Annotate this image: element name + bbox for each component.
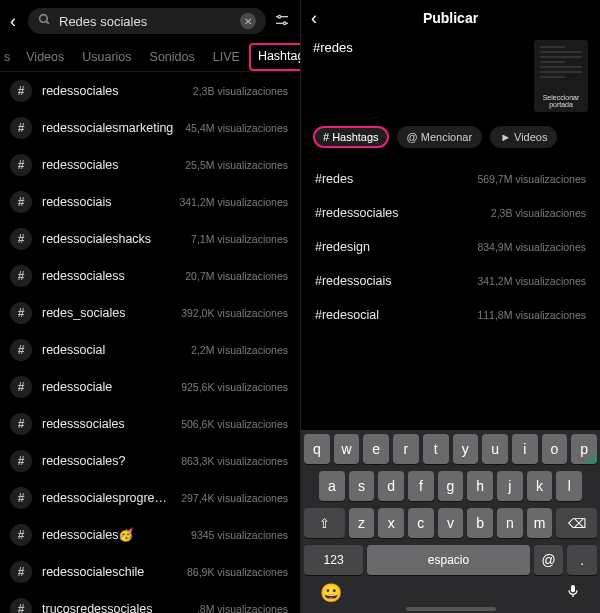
suggestion-row[interactable]: #redessociales2,3B visualizaciones [315, 196, 586, 230]
key-z[interactable]: z [349, 508, 375, 538]
svg-point-0 [40, 15, 48, 23]
key-j[interactable]: j [497, 471, 523, 501]
search-box[interactable]: ✕ [28, 8, 266, 34]
hashtag-result-row[interactable]: #redessociales🥳9345 visualizaciones [0, 516, 300, 553]
key-t[interactable]: t [423, 434, 449, 464]
hashtag-results: #redessociales2,3B visualizaciones#redes… [0, 72, 300, 613]
tab-item[interactable]: s [2, 44, 17, 71]
numbers-key[interactable]: 123 [304, 545, 363, 575]
key-e[interactable]: e [363, 434, 389, 464]
backspace-key[interactable]: ⌫ [556, 508, 597, 538]
key-b[interactable]: b [467, 508, 493, 538]
key-m[interactable]: m [527, 508, 553, 538]
suggestion-row[interactable]: #redesocial111,8M visualizaciones [315, 298, 586, 332]
hashtag-result-row[interactable]: #redessociales?863,3K visualizaciones [0, 442, 300, 479]
dot-key[interactable]: . [567, 545, 597, 575]
at-key[interactable]: @ [534, 545, 564, 575]
key-v[interactable]: v [438, 508, 464, 538]
key-f[interactable]: f [408, 471, 434, 501]
suggestion-count: 111,8M visualizaciones [477, 309, 586, 321]
hashtag-result-row[interactable]: #redessociais341,2M visualizaciones [0, 183, 300, 220]
hashtag-count: 341,2M visualizaciones [179, 196, 288, 208]
space-key[interactable]: espacio [367, 545, 530, 575]
thumbnail-preview [540, 46, 582, 81]
hashtag-result-row[interactable]: #trucosredessociales,8M visualizaciones [0, 590, 300, 613]
hash-icon: # [10, 302, 32, 324]
suggestion-row[interactable]: #redesign834,9M visualizaciones [315, 230, 586, 264]
chip-hashtags[interactable]: # Hashtags [313, 126, 389, 148]
chip-mencionar[interactable]: @ Mencionar [397, 126, 483, 148]
hashtag-result-row[interactable]: #redes_sociales392,0K visualizaciones [0, 294, 300, 331]
hashtag-count: 86,9K visualizaciones [187, 566, 288, 578]
hash-icon: # [10, 339, 32, 361]
clear-icon[interactable]: ✕ [240, 13, 256, 29]
hash-icon: # [10, 191, 32, 213]
search-input[interactable] [59, 14, 232, 29]
key-r[interactable]: r [393, 434, 419, 464]
suggestion-count: 2,3B visualizaciones [491, 207, 586, 219]
hashtag-result-row[interactable]: #redessociale925,6K visualizaciones [0, 368, 300, 405]
key-q[interactable]: q [304, 434, 330, 464]
hashtag-count: 20,7M visualizaciones [185, 270, 288, 282]
tab-sonidos[interactable]: Sonidos [141, 44, 204, 71]
page-title: Publicar [423, 10, 478, 26]
key-w[interactable]: w [334, 434, 360, 464]
hashtag-name: redes_sociales [42, 306, 171, 320]
shift-key[interactable]: ⇧ [304, 508, 345, 538]
hashtag-count: 925,6K visualizaciones [181, 381, 288, 393]
hashtag-result-row[interactable]: #redessocialeshacks7,1M visualizaciones [0, 220, 300, 257]
suggestion-row[interactable]: #redes569,7M visualizaciones [315, 162, 586, 196]
hashtag-result-row[interactable]: #redessociales2,3B visualizaciones [0, 72, 300, 109]
hashtag-name: redessocialesmarketing [42, 121, 175, 135]
publish-header: ‹ Publicar [301, 0, 600, 34]
back-icon[interactable]: ‹ [6, 11, 20, 32]
key-o[interactable]: o [542, 434, 568, 464]
compose-area: #redes Seleccionar portada [301, 34, 600, 116]
key-n[interactable]: n [497, 508, 523, 538]
tab-videos[interactable]: Videos [17, 44, 73, 71]
hashtag-result-row[interactable]: #redessocial2,2M visualizaciones [0, 331, 300, 368]
suggestion-tag: #redes [315, 172, 353, 186]
hashtag-result-row[interactable]: #redessocialesmarketing45,4M visualizaci… [0, 109, 300, 146]
hashtag-result-row[interactable]: #redessocialess20,7M visualizaciones [0, 257, 300, 294]
key-l[interactable]: l [556, 471, 582, 501]
suggestion-tag: #redessociais [315, 274, 391, 288]
key-u[interactable]: u [482, 434, 508, 464]
key-p[interactable]: p [571, 434, 597, 464]
key-i[interactable]: i [512, 434, 538, 464]
select-cover-button[interactable]: Seleccionar portada [534, 40, 588, 112]
filter-icon[interactable] [274, 12, 290, 31]
key-g[interactable]: g [438, 471, 464, 501]
hashtag-result-row[interactable]: #redessociales25,5M visualizaciones [0, 146, 300, 183]
hashtag-name: redessocial [42, 343, 181, 357]
key-d[interactable]: d [378, 471, 404, 501]
emoji-key[interactable]: 😀 [320, 582, 342, 604]
cover-label: Seleccionar portada [536, 94, 586, 109]
hashtag-result-row[interactable]: #redessocialesprogresistas297,4K visuali… [0, 479, 300, 516]
mic-key[interactable] [565, 582, 581, 604]
hashtag-name: trucosredessociales [42, 602, 187, 614]
key-y[interactable]: y [453, 434, 479, 464]
search-icon [38, 13, 51, 29]
chip-videos[interactable]: ► Videos [490, 126, 557, 148]
key-c[interactable]: c [408, 508, 434, 538]
svg-point-5 [283, 22, 286, 25]
tab-live[interactable]: LIVE [204, 44, 249, 71]
key-a[interactable]: a [319, 471, 345, 501]
back-icon[interactable]: ‹ [311, 8, 317, 29]
hashtag-name: redessociales [42, 84, 183, 98]
tab-hashtags[interactable]: Hashtags [249, 43, 300, 71]
hash-icon: # [10, 376, 32, 398]
tab-usuarios[interactable]: Usuarios [73, 44, 140, 71]
hash-icon: # [10, 413, 32, 435]
key-k[interactable]: k [527, 471, 553, 501]
key-s[interactable]: s [349, 471, 375, 501]
hashtag-count: 297,4K visualizaciones [181, 492, 288, 504]
hashtag-result-row[interactable]: #redessocialeschile86,9K visualizaciones [0, 553, 300, 590]
search-bar: ‹ ✕ [0, 0, 300, 42]
hashtag-result-row[interactable]: #redesssociales506,6K visualizaciones [0, 405, 300, 442]
suggestion-row[interactable]: #redessociais341,2M visualizaciones [315, 264, 586, 298]
key-x[interactable]: x [378, 508, 404, 538]
key-h[interactable]: h [467, 471, 493, 501]
caption-input[interactable]: #redes [313, 40, 526, 112]
